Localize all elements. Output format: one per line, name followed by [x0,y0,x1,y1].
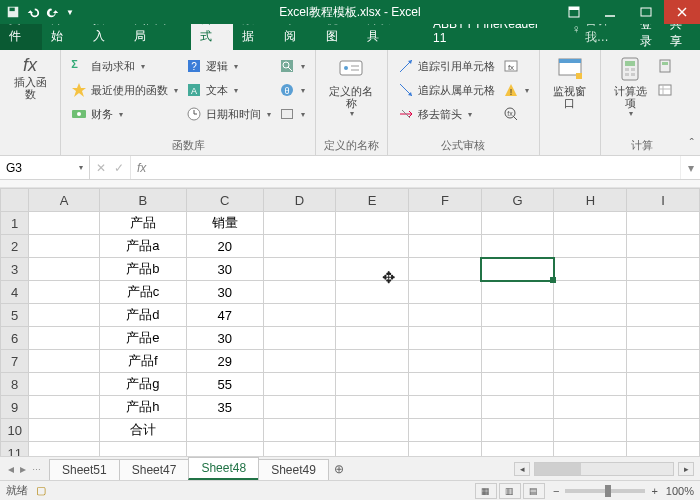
cell[interactable] [263,419,336,442]
collapse-ribbon-button[interactable]: ˆ [683,50,700,155]
formula-input[interactable] [152,156,680,179]
zoom-in-button[interactable]: + [651,485,657,497]
zoom-slider[interactable] [565,489,645,493]
cell[interactable] [627,258,700,281]
redo-icon[interactable] [46,5,60,19]
cell[interactable] [336,442,409,457]
row-header[interactable]: 7 [1,350,29,373]
cell[interactable] [481,350,554,373]
cell[interactable] [409,304,482,327]
cell[interactable] [627,281,700,304]
cell[interactable] [481,235,554,258]
more-functions-button[interactable]: ▾ [277,103,307,125]
cell[interactable] [263,212,336,235]
cell[interactable] [627,419,700,442]
sheet-nav-next-icon[interactable]: ▸ [20,462,26,476]
cell[interactable] [409,212,482,235]
cell[interactable]: 销量 [186,212,263,235]
cell[interactable] [336,350,409,373]
cell[interactable] [336,258,409,281]
cell[interactable] [336,419,409,442]
cell[interactable] [627,396,700,419]
cell[interactable] [29,258,100,281]
col-header[interactable]: E [336,189,409,212]
cell[interactable]: 30 [186,258,263,281]
cell[interactable] [554,373,627,396]
cell[interactable] [554,258,627,281]
insert-function-button[interactable]: fx 插入函数 [6,53,54,140]
cell[interactable] [481,419,554,442]
add-sheet-button[interactable]: ⊕ [328,462,350,476]
cell[interactable] [29,281,100,304]
cell[interactable]: 29 [186,350,263,373]
cell[interactable]: 30 [186,281,263,304]
qat-dropdown-icon[interactable]: ▼ [66,8,74,17]
cell[interactable] [627,373,700,396]
cell[interactable]: 产品h [99,396,186,419]
watch-window-button[interactable]: 监视窗口 [546,53,594,140]
cell[interactable] [554,304,627,327]
datetime-button[interactable]: 日期和时间▾ [184,103,273,125]
cell[interactable] [481,258,554,281]
expand-formula-bar-button[interactable]: ▾ [680,156,700,179]
recent-functions-button[interactable]: 最近使用的函数▾ [69,79,180,101]
cell[interactable] [409,373,482,396]
col-header[interactable]: I [627,189,700,212]
undo-icon[interactable] [26,5,40,19]
cell[interactable] [29,396,100,419]
lookup-button[interactable]: ▾ [277,55,307,77]
row-header[interactable]: 5 [1,304,29,327]
row-header[interactable]: 8 [1,373,29,396]
cell[interactable] [186,419,263,442]
cell[interactable] [336,212,409,235]
cell[interactable] [29,373,100,396]
logical-button[interactable]: ?逻辑▾ [184,55,273,77]
cell[interactable] [263,235,336,258]
row-header[interactable]: 3 [1,258,29,281]
cell[interactable] [554,442,627,457]
cell[interactable]: 产品a [99,235,186,258]
cancel-icon[interactable]: ✕ [96,161,106,175]
view-normal-button[interactable]: ▦ [475,483,497,499]
cell[interactable] [336,235,409,258]
cell[interactable]: 产品g [99,373,186,396]
cell[interactable] [186,442,263,457]
col-header[interactable]: B [99,189,186,212]
show-formulas-button[interactable]: fx [501,55,531,77]
evaluate-formula-button[interactable]: fx [501,103,531,125]
row-header[interactable]: 11 [1,442,29,457]
col-header[interactable]: F [409,189,482,212]
cell[interactable] [481,304,554,327]
cell[interactable]: 产品c [99,281,186,304]
row-header[interactable]: 4 [1,281,29,304]
define-name-button[interactable]: 定义的名称 ▾ [322,53,380,137]
cell[interactable] [627,350,700,373]
text-functions-button[interactable]: A文本▾ [184,79,273,101]
save-icon[interactable] [6,5,20,19]
col-header[interactable]: G [481,189,554,212]
cell[interactable] [481,281,554,304]
cell[interactable] [263,442,336,457]
sheet-tab[interactable]: Sheet47 [119,459,190,480]
error-checking-button[interactable]: !▾ [501,79,531,101]
cell[interactable] [409,235,482,258]
maximize-button[interactable] [628,0,664,24]
cell[interactable] [263,350,336,373]
cell[interactable] [29,419,100,442]
cell[interactable]: 47 [186,304,263,327]
macro-record-icon[interactable]: ▢ [36,484,46,497]
cell[interactable] [627,327,700,350]
close-button[interactable] [664,0,700,24]
col-header[interactable]: D [263,189,336,212]
cell[interactable] [409,419,482,442]
cell[interactable] [554,327,627,350]
trace-precedents-button[interactable]: 追踪引用单元格 [396,55,497,77]
cell[interactable] [627,212,700,235]
cell[interactable]: 产品d [99,304,186,327]
sheet-tab[interactable]: Sheet51 [49,459,120,480]
row-header[interactable]: 10 [1,419,29,442]
zoom-level[interactable]: 100% [666,485,694,497]
cell[interactable]: 产品f [99,350,186,373]
row-header[interactable]: 1 [1,212,29,235]
calculate-sheet-button[interactable] [655,79,675,101]
